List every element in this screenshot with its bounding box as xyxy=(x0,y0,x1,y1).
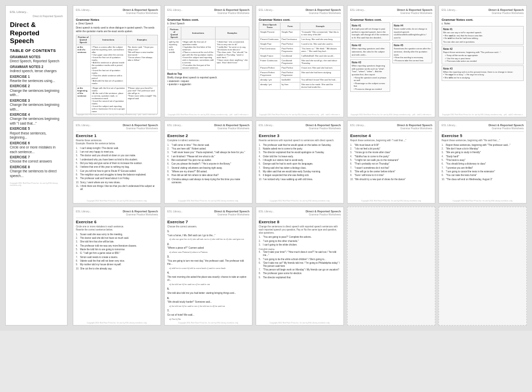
card-footer: Copyright 2011 Red River Press Inc. for … xyxy=(73,200,161,202)
exercise-items: 1.Susan said she was sorry to the meetin… xyxy=(76,233,158,271)
card-exercise-5: ESL Library... Direct & Reported Speech … xyxy=(438,120,527,204)
toc-item-10: EXERCISE 8Change the sentences to direct… xyxy=(10,165,63,178)
card-grammar-notes-5: ESL Library... Direct & Reported Speech … xyxy=(438,5,527,117)
card-exercise-2: ESL Library... Direct & Reported Speech … xyxy=(164,120,252,204)
exercise-number: Exercise 3 xyxy=(259,133,341,138)
card-footer: Copyright 2011 Red River Press Inc. for … xyxy=(165,200,252,202)
card-brand: ESL Library... xyxy=(442,8,457,11)
toc-item-8: EXERCISE 6Circle one or more mistakes in… xyxy=(10,141,63,154)
exercise-number: Exercise 5 xyxy=(442,133,524,138)
card-exercise-1: ESL Library... Direct & Reported Speech … xyxy=(73,120,161,204)
card-brand: ESL Library... xyxy=(76,210,91,213)
card-grammar-notes-1: ESL Library... Direct & Reported Speech … xyxy=(73,5,161,117)
exercise-number: Exercise 4 xyxy=(350,133,432,138)
exercise-instructions: Report these sentences, beginning with "… xyxy=(350,139,432,142)
section-title: Grammar Notes cont. xyxy=(259,18,341,21)
card-grammar-notes-4: ESL Library... Direct & Reported Speech … xyxy=(347,5,435,117)
exercise-items: 1."We must leave at 6:00" 2."I do not fe… xyxy=(350,144,432,181)
toc-item-5: EXERCISE 3Change the sentences beginning… xyxy=(10,99,63,112)
exercise-items: 1.Report these sentences, beginning with… xyxy=(442,144,524,181)
exercise-number: Exercise 8 xyxy=(259,220,341,224)
main-container: ESL Library... Direct & Reported Speech … xyxy=(0,0,532,331)
card-brand: ESL Library... xyxy=(167,8,183,11)
card-title: Direct & Reported Speech Grammar Practic… xyxy=(123,8,158,15)
exercise-instructions: Choose the correct answers. xyxy=(167,225,249,228)
card-brand: ESL Library... xyxy=(350,124,366,127)
card-brand: ESL Library... xyxy=(350,8,366,11)
tense-table: Direct Speech Tense Form Example Simple … xyxy=(259,22,341,90)
section-subtitle: a. Direct Speech xyxy=(76,22,158,25)
exercise-instructions: Complete in indirect sentences. xyxy=(167,139,249,142)
card-title: Direct & Reported Speech Grammar Practic… xyxy=(123,210,158,217)
card-brand: ESL Library... xyxy=(76,8,91,11)
back-ref: Back to Top Briefly change direct speech… xyxy=(167,72,249,86)
toc-item-6: EXERCISE 4Change the sentences beginning… xyxy=(10,113,63,126)
toc-item-9: EXERCISE 7Choose the correct answers xyxy=(10,155,63,164)
card-exercise-3: ESL Library... Direct & Reported Speech … xyxy=(256,120,344,204)
worksheets-grid: ESL Library... Direct & Reported Speech … xyxy=(73,5,527,326)
card-footer: Copyright 2011 Red River Press Inc. for … xyxy=(439,200,526,202)
exercise-number: Exercise 7 xyxy=(167,220,249,224)
cover-title: Direct & Reported Speech xyxy=(10,21,63,45)
exercise-items: 1."You are going to pass?" Complete the … xyxy=(259,236,341,279)
toc-item-7: EXERCISE 5Report these sentences, beginn… xyxy=(10,127,63,140)
card-brand: ESL Library... xyxy=(76,124,91,127)
card-brand: ESL Library... xyxy=(259,124,274,127)
card-brand: ESL Library... xyxy=(167,210,183,213)
grammar-table-container: Position ofQuoted Speech Instructions Ex… xyxy=(76,35,158,114)
exercise-items: 1."I am a horse, I Ms. Bell said can I g… xyxy=(167,230,249,321)
card-spacer-1 xyxy=(347,207,435,326)
row-3: ESL Library... Direct & Reported Speech … xyxy=(73,207,527,326)
card-exercise-4: ESL Library... Direct & Reported Speech … xyxy=(347,120,435,204)
section-title: Grammar Notes xyxy=(76,18,158,21)
section-title: Grammar Notes cont. xyxy=(442,18,524,21)
notes-5-content: Note #1 We can use say or tell in report… xyxy=(442,26,524,81)
row-2: ESL Library... Direct & Reported Speech … xyxy=(73,120,527,204)
card-footer: Copyright 2011 Red River Press Inc. for … xyxy=(165,114,252,116)
grammar-intro: Direct speech is mainly used to show dia… xyxy=(76,26,158,33)
card-exercise-6: ESL Library... Direct & Reported Speech … xyxy=(73,207,161,326)
card-brand: ESL Library... xyxy=(167,124,183,127)
portions-table: Portions ofQuoted Speech Instructions Ex… xyxy=(167,26,249,70)
section-title: Grammar Notes cont. xyxy=(350,18,432,21)
card-exercise-8: ESL Library... Direct & Reported Speech … xyxy=(256,207,344,326)
card-footer: Copyright 2011 Red River Press Inc. for … xyxy=(256,114,343,116)
cover-page: ESL Library... Direct & Reported Speech … xyxy=(5,5,68,326)
card-footer: Copyright 2011 Red River Press Inc. for … xyxy=(73,114,161,116)
toc-list: GRAMMAR NOTESDirect Speech, Reported Spe… xyxy=(10,55,63,178)
card-title: Direct & Reported Speech Grammar Practic… xyxy=(488,124,524,130)
section-subtitle: c. Notes xyxy=(442,22,524,25)
toc-heading: Table of Contents xyxy=(10,48,63,53)
exercise-number: Exercise 1 xyxy=(76,133,158,138)
exercise-items: 1."I will come in time." The doctor said… xyxy=(167,144,249,184)
toc-item-2: GRAMMAR NOTES 2Indirect speech, tense ch… xyxy=(10,65,63,74)
section-title: Grammar Notes cont. xyxy=(167,18,249,21)
cover-footer: Copyright 2011 Red River Press Inc. for … xyxy=(10,182,63,186)
card-title: Direct & Reported Speech Grammar Practic… xyxy=(214,8,249,15)
exercise-items: 1.The professor said that he would speak… xyxy=(259,144,341,181)
exercise-number: Exercise 6 xyxy=(76,220,158,224)
section-subtitle: b. Direct Speech xyxy=(167,22,249,25)
card-footer: Copyright 2011 Red River Press Inc. for … xyxy=(73,322,161,324)
exercise-instructions: Change the sentences to direct speech wi… xyxy=(259,225,341,235)
card-title: Direct & Reported Speech Grammar Practic… xyxy=(397,124,432,130)
card-brand: ESL Library... xyxy=(442,124,457,127)
card-title: Direct & Reported Speech Grammar Practic… xyxy=(488,8,524,15)
card-footer: Copyright 2011 Red River Press Inc. for … xyxy=(348,114,435,116)
card-brand: ESL Library... xyxy=(259,210,274,213)
card-footer: Copyright 2011 Red River Press Inc. for … xyxy=(256,322,343,324)
exercise-instructions: Report these sentences, beginning with "… xyxy=(442,139,524,142)
card-footer: Copyright 2011 Red River Press Inc. for … xyxy=(165,322,252,324)
card-footer: Copyright 2011 Red River Press Inc. for … xyxy=(348,200,435,202)
card-spacer-2 xyxy=(438,207,527,326)
card-title: Direct & Reported Speech Grammar Practic… xyxy=(397,8,432,15)
toc-item-4: EXERCISE 2Change the sentences beginning… xyxy=(10,84,63,97)
exercise-items: 1.I can't sleep tonight / The doctor sai… xyxy=(76,147,158,191)
exercise-instructions: Rewrite these sentences.Example: Rewrite… xyxy=(76,139,158,145)
card-title: Direct & Reported Speech Grammar Practic… xyxy=(123,124,158,130)
card-grammar-notes-2: ESL Library... Direct & Reported Speech … xyxy=(164,5,252,117)
toc-item-3: EXERCISE 1Rewrite the sentences using... xyxy=(10,75,63,84)
card-title: Direct & Reported Speech Grammar Practic… xyxy=(305,210,341,217)
card-footer: Copyright 2011 Red River Press Inc. for … xyxy=(439,114,526,116)
card-title: Direct & Reported Speech Grammar Practic… xyxy=(214,124,249,130)
